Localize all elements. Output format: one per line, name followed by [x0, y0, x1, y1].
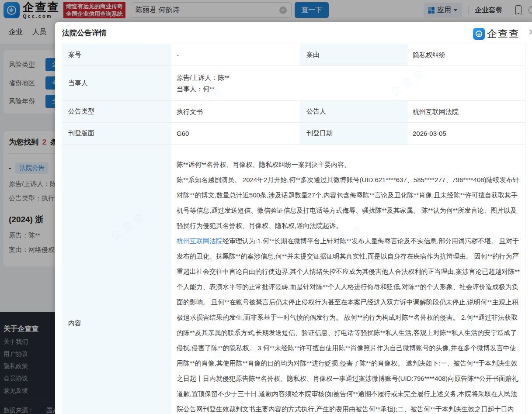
announcement-detail-table: 案号 - 案由 隐私权纠纷 当事人 原告/上诉人：陈** 当事人：何** 公告类… — [62, 44, 525, 414]
field-label: 刊登日期 — [300, 123, 407, 145]
field-value: 隐私权纠纷 — [407, 44, 525, 66]
field-label: 案由 — [300, 44, 407, 66]
table-row: 内容 陈**诉何**名誉权、肖像权、隐私权纠纷一案判决主要内容。陈**系知名越剧… — [62, 145, 525, 414]
field-value: 原告/上诉人：陈** 当事人：何** — [171, 66, 525, 101]
field-value: 2026-03-05 — [407, 123, 525, 145]
table-row: 当事人 原告/上诉人：陈** 当事人：何** — [62, 66, 525, 101]
field-value: - — [171, 44, 300, 66]
field-label: 当事人 — [62, 66, 171, 101]
field-label: 公告类型 — [62, 101, 171, 123]
field-label: 案号 — [62, 44, 171, 66]
court-link[interactable]: 杭州互联网法院 — [177, 237, 223, 245]
field-label: 刊登版面 — [62, 123, 171, 145]
qcc-logo-icon: 企 — [473, 28, 485, 40]
field-value: 执行文书 — [171, 101, 300, 123]
announcement-content: 陈**诉何**名誉权、肖像权、隐私权纠纷一案判决主要内容。陈**系知名越剧演员。… — [171, 145, 525, 414]
qcc-logo: 企 企查查 — [473, 27, 520, 41]
close-icon[interactable]: × — [529, 26, 532, 38]
table-row: 公告类型 执行文书 公告人 杭州互联网法院 — [62, 101, 525, 123]
court-announcement-detail-modal: 法院公告详情 企 企查查 × 案号 - 案由 隐私权纠纷 当事人 原告/上诉人：… — [55, 22, 532, 414]
table-row: 刊登版面 G60 刊登日期 2026-03-05 — [62, 123, 525, 145]
field-value: 杭州互联网法院 — [407, 101, 525, 123]
table-row: 案号 - 案由 隐私权纠纷 — [62, 44, 525, 66]
field-value: G60 — [171, 123, 300, 145]
field-label: 公告人 — [300, 101, 407, 123]
modal-header: 法院公告详情 企 企查查 × — [55, 22, 532, 44]
modal-title: 法院公告详情 — [62, 28, 107, 38]
field-label: 内容 — [62, 145, 171, 414]
